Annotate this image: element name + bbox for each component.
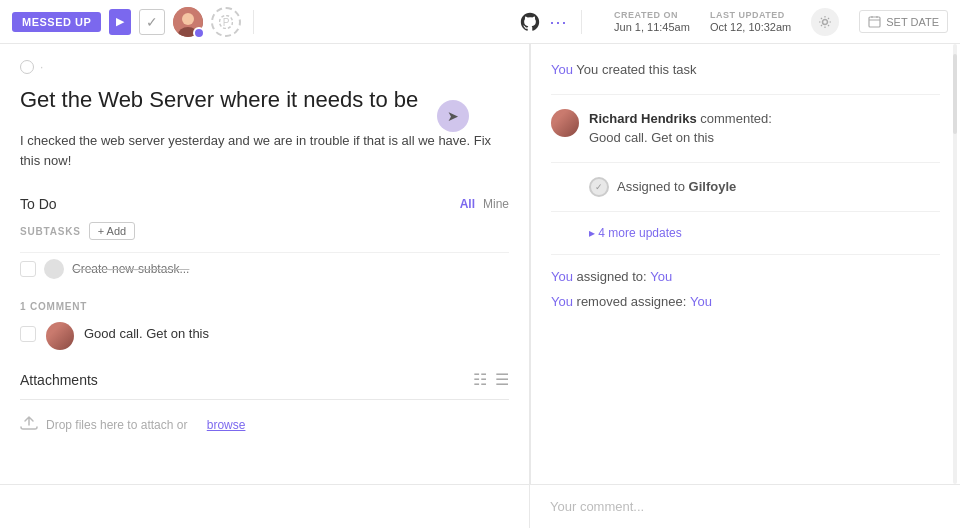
add-assignee-button[interactable]: P	[211, 7, 241, 37]
subtasks-row: SUBTASKS + Add	[20, 222, 509, 240]
bottom-bar: Your comment...	[0, 484, 960, 528]
assignee-avatar[interactable]	[173, 7, 203, 37]
main-content: · ➤ Get the Web Server where it needs to…	[0, 44, 960, 484]
last-updated-meta: LAST UPDATED Oct 12, 10:32am	[710, 10, 791, 33]
mine-filter-button[interactable]: Mine	[483, 197, 509, 211]
attachments-section: Attachments ☷ ☰ Drop files here to attac…	[20, 370, 509, 441]
task-tags: ·	[20, 60, 509, 74]
drop-zone[interactable]: Drop files here to attach or browse	[20, 399, 509, 441]
set-date-button[interactable]: SET DATE	[859, 10, 948, 33]
todo-filters: All Mine	[460, 197, 509, 211]
task-title[interactable]: Get the Web Server where it needs to be	[20, 86, 509, 115]
cursor-presence: ➤	[437, 100, 469, 132]
attachments-title: Attachments	[20, 372, 98, 388]
svg-text:P: P	[223, 17, 230, 28]
meta-section: CREATED ON Jun 1, 11:45am LAST UPDATED O…	[614, 8, 948, 36]
toolbar: MESSED UP ▶ ✓ P ⋯ CREATED ON Jun 1, 11:4…	[0, 0, 960, 44]
svg-point-5	[823, 19, 828, 24]
todo-section-header: To Do All Mine	[20, 196, 509, 212]
comment-avatar	[46, 322, 74, 350]
create-subtask-input[interactable]	[72, 262, 509, 276]
settings-icon[interactable]	[811, 8, 839, 36]
view-buttons: ☷ ☰	[473, 370, 509, 389]
upload-icon	[20, 414, 38, 435]
grid-view-button[interactable]: ☷	[473, 370, 487, 389]
you-removed-label: You	[551, 294, 573, 309]
list-view-button[interactable]: ☰	[495, 370, 509, 389]
assigned-text: Assigned to Gilfoyle	[617, 179, 736, 194]
created-task-text: You created this task	[576, 62, 696, 77]
commenter-avatar	[551, 109, 579, 137]
task-description: I checked the web server yesterday and w…	[20, 131, 509, 173]
tag-arrow-button[interactable]: ▶	[109, 9, 131, 35]
more-updates-toggle[interactable]: ▸ 4 more updates	[551, 226, 940, 255]
comment-activity-text: Richard Hendriks commented: Good call. G…	[589, 109, 772, 148]
github-icon[interactable]	[519, 11, 541, 33]
commenter-action: commented:	[700, 111, 772, 126]
comment-count-label: 1 COMMENT	[20, 301, 509, 312]
cursor-icon: ➤	[447, 108, 459, 124]
created-on-meta: CREATED ON Jun 1, 11:45am	[614, 10, 690, 33]
comment-activity: Richard Hendriks commented: Good call. G…	[551, 109, 940, 163]
drop-text: Drop files here to attach or	[46, 418, 187, 432]
you-assigned-label: You	[551, 269, 573, 284]
commenter-name: Richard Hendriks	[589, 111, 697, 126]
attachments-header: Attachments ☷ ☰	[20, 370, 509, 389]
check-icon: ✓	[146, 14, 158, 30]
right-scrollbar[interactable]	[953, 44, 957, 484]
create-subtask-row	[20, 252, 509, 285]
svg-rect-6	[869, 17, 880, 27]
tag-badge[interactable]: MESSED UP	[12, 12, 101, 32]
all-filter-button[interactable]: All	[460, 197, 475, 211]
subtasks-label: SUBTASKS	[20, 226, 81, 237]
you-label: You	[551, 62, 573, 77]
scrollbar-thumb	[953, 54, 957, 134]
subtask-checkbox[interactable]	[20, 261, 36, 277]
tag-dot-icon	[20, 60, 34, 74]
complete-check-button[interactable]: ✓	[139, 9, 165, 35]
removed-assignee-activity: You removed assignee: You	[551, 294, 940, 309]
activity-pane: You You created this task Richard Hendri…	[530, 44, 960, 484]
subtask-avatar	[44, 259, 64, 279]
you-target-label: You	[650, 269, 672, 284]
bottom-left-space	[0, 485, 530, 528]
created-task-activity: You You created this task	[551, 60, 940, 95]
comment-checkbox[interactable]	[20, 326, 36, 342]
browse-link[interactable]: browse	[207, 418, 246, 432]
task-detail-pane: · ➤ Get the Web Server where it needs to…	[0, 44, 530, 484]
comment-input-placeholder[interactable]: Your comment...	[550, 499, 644, 514]
add-subtask-button[interactable]: + Add	[89, 222, 135, 240]
assigned-activity: ✓ Assigned to Gilfoyle	[551, 177, 940, 212]
assigned-you-activity: You assigned to: You	[551, 269, 940, 284]
assigned-check-icon: ✓	[589, 177, 609, 197]
comment-body: Good call. Get on this	[589, 130, 714, 145]
todo-label: To Do	[20, 196, 57, 212]
scrollbar-track	[953, 44, 957, 484]
divider	[253, 10, 254, 34]
comment-text: Good call. Get on this	[84, 322, 209, 341]
avatar-badge	[193, 27, 205, 39]
svg-point-1	[182, 13, 194, 25]
divider2	[581, 10, 582, 34]
you-removed-target-label: You	[690, 294, 712, 309]
comment-input-area[interactable]: Your comment...	[530, 485, 960, 528]
comment-section: 1 COMMENT Good call. Get on this	[20, 301, 509, 350]
comment-row: Good call. Get on this	[20, 322, 509, 350]
more-options-button[interactable]: ⋯	[549, 11, 569, 33]
